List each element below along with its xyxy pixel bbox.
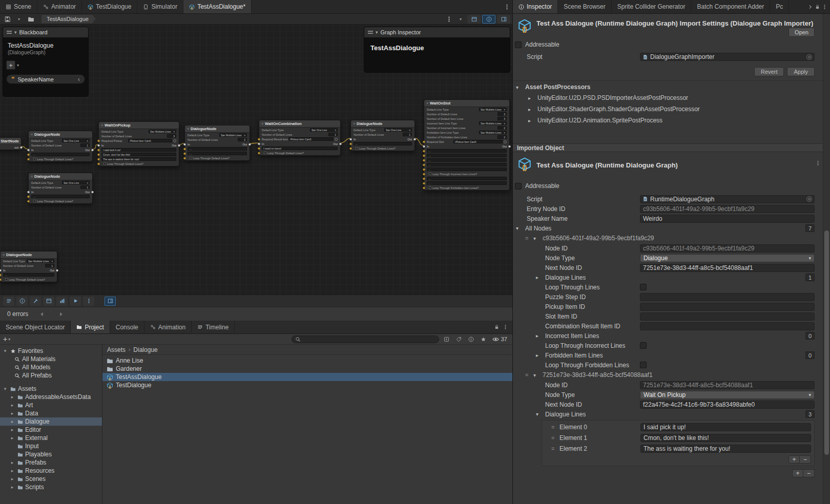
node-checkbox[interactable] <box>190 157 192 159</box>
tree-item-scripts[interactable]: ▸Scripts <box>0 483 102 491</box>
node-text-field[interactable]: … <box>427 167 507 171</box>
tree-item-dialogue[interactable]: ▸Dialogue <box>0 417 102 426</box>
graph-node-waitonslot-7[interactable]: ≡WaitOnSlotDefault Line TypeSay Multiple… <box>424 99 510 191</box>
object-picker-icon[interactable] <box>335 138 338 141</box>
node-checkbox[interactable] <box>103 162 106 165</box>
string-port[interactable] <box>423 159 425 161</box>
node-enum-dropdown[interactable]: Say One Line▾ <box>62 181 90 184</box>
node-checkbox[interactable] <box>33 158 36 160</box>
tree-item-external[interactable]: ▸External <box>0 434 102 442</box>
row-7251e73e-38d3-44ff-a8c5-bcf54088aaf1[interactable]: =▾7251e73e-38d3-44ff-a8c5-bcf54088aaf1 <box>513 370 823 380</box>
preview-packages-info-button[interactable] <box>467 335 476 343</box>
tree-item-addressableassetsdata[interactable]: ▸AddressableAssetsData <box>0 393 102 401</box>
string-port[interactable] <box>97 158 100 160</box>
inspector-menu-button[interactable] <box>822 4 827 10</box>
tree-item-playables[interactable]: Playables <box>0 450 102 458</box>
node-enum-dropdown[interactable]: Say One Line▾ <box>384 128 412 132</box>
tab-testdialogue[interactable]: {}TestDialogue <box>82 0 137 13</box>
output-port[interactable] <box>56 269 58 271</box>
enum-dropdown[interactable]: Wait On Pickup▾ <box>640 391 815 399</box>
tree-item-favorites[interactable]: ▾Favorites <box>0 347 102 355</box>
blackboard-header[interactable]: ▾ Blackboard <box>3 27 88 38</box>
tab-simulator[interactable]: Simulator <box>137 0 183 13</box>
node-text-field[interactable]: … <box>427 181 507 185</box>
text-field[interactable] <box>640 293 815 301</box>
graph-footer-console-button[interactable] <box>3 297 14 306</box>
search-input[interactable] <box>303 336 435 342</box>
string-port[interactable] <box>258 147 260 150</box>
text-field[interactable]: 7251e73e-38d3-44ff-a8c5-bcf54088aaf1 <box>640 381 815 389</box>
object-picker-icon[interactable]: ⊙ <box>806 196 812 202</box>
node-enum-dropdown[interactable]: Say Multiple Lines▾ <box>27 259 54 263</box>
graph-node-dialoguenode-1[interactable]: ≡DialogueNodeDefault Line TypeSay One Li… <box>28 131 93 162</box>
tree-item-scenes[interactable]: ▸Scenes <box>0 475 102 483</box>
node-enum-dropdown[interactable]: Say Multiple Lines▾ <box>219 133 247 137</box>
postprocessor-unityeditor-u2d-psd-psdimporterassetpostprocessor[interactable]: ▸UnityEditor.U2D.PSD.PSDImporterAssetPos… <box>513 92 823 103</box>
asset-item-testassdialogue[interactable]: {}TestAssDialogue <box>102 373 512 381</box>
text-field[interactable]: Weirdo <box>640 215 815 223</box>
node-text-field[interactable]: … <box>31 195 90 198</box>
tree-item-input[interactable]: Input <box>0 442 102 450</box>
graph-node-dialoguenode-6[interactable]: ≡DialogueNodeDefault Line TypeSay One Li… <box>350 120 415 151</box>
show-in-project-button[interactable] <box>26 15 36 24</box>
input-port[interactable] <box>27 149 30 151</box>
string-port[interactable] <box>423 163 425 166</box>
graph-node-startnode-0[interactable]: ≡StartNodeout <box>0 137 22 150</box>
string-port[interactable] <box>423 177 425 180</box>
node-enum-dropdown[interactable]: Say Multiple Lines▾ <box>149 130 176 133</box>
string-port[interactable] <box>423 168 425 171</box>
row-all-nodes[interactable]: ▾All Nodes7 <box>513 223 823 233</box>
element-text-field[interactable]: I said pick it up! <box>640 423 811 431</box>
element-text-field[interactable]: Cmon, don't be like this! <box>640 434 811 442</box>
input-port[interactable] <box>183 143 186 145</box>
node-text-field[interactable]: … <box>188 152 247 155</box>
search-by-label-button[interactable] <box>454 335 464 343</box>
graph-inspector-toggle[interactable] <box>482 15 495 24</box>
string-port[interactable] <box>27 153 30 156</box>
row-c93b5606-401f-49a2-99b5-9ecbf1fa9c29[interactable]: =▾c93b5606-401f-49a2-99b5-9ecbf1fa9c29 <box>513 233 823 243</box>
add-blackboard-property-button[interactable]: + <box>6 60 15 70</box>
array-size-field[interactable]: 1 <box>805 274 815 281</box>
input-port[interactable] <box>423 145 425 148</box>
string-port[interactable] <box>27 195 30 198</box>
node-text-field[interactable]: … <box>188 147 247 151</box>
graph-footer-panel-button[interactable] <box>105 297 116 306</box>
bool-port[interactable] <box>97 162 100 165</box>
postprocessor-unityeditor-u2d-animation-spritepostprocess[interactable]: ▸UnityEditor.U2D.Animation.SpritePostPro… <box>513 115 823 126</box>
tab-pc[interactable]: Pc <box>770 0 789 13</box>
bool-port[interactable] <box>423 186 425 189</box>
blackboard-toggle[interactable] <box>467 15 481 24</box>
node-number-field[interactable]: 1 <box>403 133 412 136</box>
string-port[interactable] <box>183 148 186 150</box>
text-field[interactable]: c93b5606-401f-49a2-99b5-9ecbf1fa9c29 <box>640 244 815 253</box>
search-by-type-button[interactable] <box>442 335 451 343</box>
tree-item-editor[interactable]: ▸Editor <box>0 426 102 434</box>
graph-inspector-header[interactable]: ▾ Graph Inspector <box>364 27 510 38</box>
row-dialogue-lines[interactable]: ▾Dialogue Lines3 <box>513 409 823 419</box>
output-port[interactable] <box>508 145 511 148</box>
tab-project[interactable]: Project <box>71 321 110 333</box>
output-port[interactable] <box>20 146 23 149</box>
tab-bar-menu-button[interactable] <box>501 0 512 13</box>
breadcrumb[interactable]: TestAssDialogue <box>42 15 96 24</box>
node-object-field[interactable]: (Pickup Item Card) <box>288 137 334 141</box>
previous-error-button[interactable] <box>35 309 48 319</box>
node-checkbox[interactable] <box>429 186 431 189</box>
array-size-field[interactable]: 7 <box>805 224 815 232</box>
text-field[interactable]: f22a475e-4c2f-41c6-9b73-6a83498abfe0 <box>640 401 815 409</box>
node-checkbox[interactable] <box>33 200 36 202</box>
tree-item-all-materials[interactable]: All Materials <box>0 355 102 363</box>
asset-item-testdialogue[interactable]: {}TestDialogue <box>102 381 512 389</box>
node-text-field[interactable]: I need my keys! <box>262 146 338 150</box>
bool-port[interactable] <box>423 173 425 175</box>
tree-item-data[interactable]: ▸Data <box>0 409 102 417</box>
save-graph-button[interactable] <box>2 15 12 24</box>
next-error-button[interactable] <box>55 309 67 319</box>
tree-item-resources[interactable]: ▸Resources <box>0 467 102 475</box>
node-number-field[interactable]: 2 <box>497 126 507 130</box>
asset-item-gardener[interactable]: Gardener <box>102 365 512 373</box>
object-picker-icon[interactable] <box>504 140 507 143</box>
tab-scene-browser[interactable]: Scene Browser <box>558 0 611 13</box>
object-picker-icon[interactable] <box>173 139 176 142</box>
save-options-button[interactable]: ▾ <box>14 15 24 24</box>
